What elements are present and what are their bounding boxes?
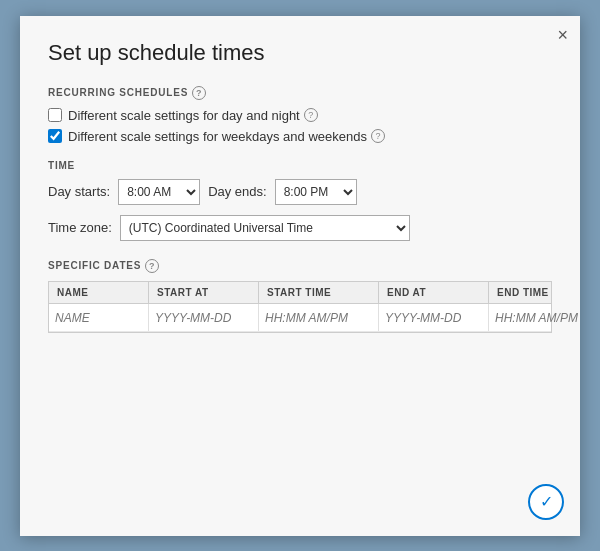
- col-end-at: END AT: [379, 282, 489, 303]
- checkbox-day-night-label[interactable]: Different scale settings for day and nig…: [68, 108, 318, 123]
- timezone-row: Time zone: (UTC) Coordinated Universal T…: [48, 215, 552, 241]
- time-section-label: TIME: [48, 160, 552, 171]
- input-name[interactable]: [55, 309, 142, 327]
- col-start-time: START TIME: [259, 282, 379, 303]
- cell-start-at: [149, 304, 259, 331]
- specific-dates-label: SPECIFIC DATES ?: [48, 259, 552, 273]
- timezone-label: Time zone:: [48, 220, 112, 235]
- time-section: TIME Day starts: 8:00 AM 9:00 AM 10:00 A…: [48, 160, 552, 241]
- recurring-schedules-label: RECURRING SCHEDULES ?: [48, 86, 552, 100]
- close-button[interactable]: ×: [557, 26, 568, 44]
- col-start-at: START AT: [149, 282, 259, 303]
- checkbox-weekdays-row: Different scale settings for weekdays an…: [48, 129, 552, 144]
- day-night-help-icon[interactable]: ?: [304, 108, 318, 122]
- cell-name: [49, 304, 149, 331]
- cell-start-time: [259, 304, 379, 331]
- recurring-schedules-help-icon[interactable]: ?: [192, 86, 206, 100]
- day-ends-select[interactable]: 8:00 PM 9:00 PM 10:00 PM: [275, 179, 357, 205]
- table-header: NAME START AT START TIME END AT END TIME: [49, 282, 551, 304]
- col-end-time: END TIME: [489, 282, 599, 303]
- cell-end-time: [489, 304, 599, 331]
- dialog-title: Set up schedule times: [48, 40, 552, 66]
- weekdays-help-icon[interactable]: ?: [371, 129, 385, 143]
- checkbox-weekdays[interactable]: [48, 129, 62, 143]
- day-starts-select[interactable]: 8:00 AM 9:00 AM 10:00 AM: [118, 179, 200, 205]
- checkbox-weekdays-label[interactable]: Different scale settings for weekdays an…: [68, 129, 385, 144]
- input-start-time[interactable]: [265, 309, 372, 327]
- specific-dates-table: NAME START AT START TIME END AT END TIME: [48, 281, 552, 333]
- cell-end-at: [379, 304, 489, 331]
- time-row: Day starts: 8:00 AM 9:00 AM 10:00 AM Day…: [48, 179, 552, 205]
- day-ends-label: Day ends:: [208, 184, 267, 199]
- input-end-at[interactable]: [385, 309, 482, 327]
- checkbox-day-night-row: Different scale settings for day and nig…: [48, 108, 552, 123]
- confirm-button[interactable]: ✓: [528, 484, 564, 520]
- dialog: × Set up schedule times RECURRING SCHEDU…: [20, 16, 580, 536]
- input-end-time[interactable]: [495, 309, 593, 327]
- specific-dates-help-icon[interactable]: ?: [145, 259, 159, 273]
- input-start-at[interactable]: [155, 309, 252, 327]
- col-name: NAME: [49, 282, 149, 303]
- table-row: [49, 304, 551, 332]
- checkbox-day-night[interactable]: [48, 108, 62, 122]
- specific-dates-section: SPECIFIC DATES ? NAME START AT START TIM…: [48, 259, 552, 333]
- day-starts-label: Day starts:: [48, 184, 110, 199]
- timezone-select[interactable]: (UTC) Coordinated Universal Time (UTC-05…: [120, 215, 410, 241]
